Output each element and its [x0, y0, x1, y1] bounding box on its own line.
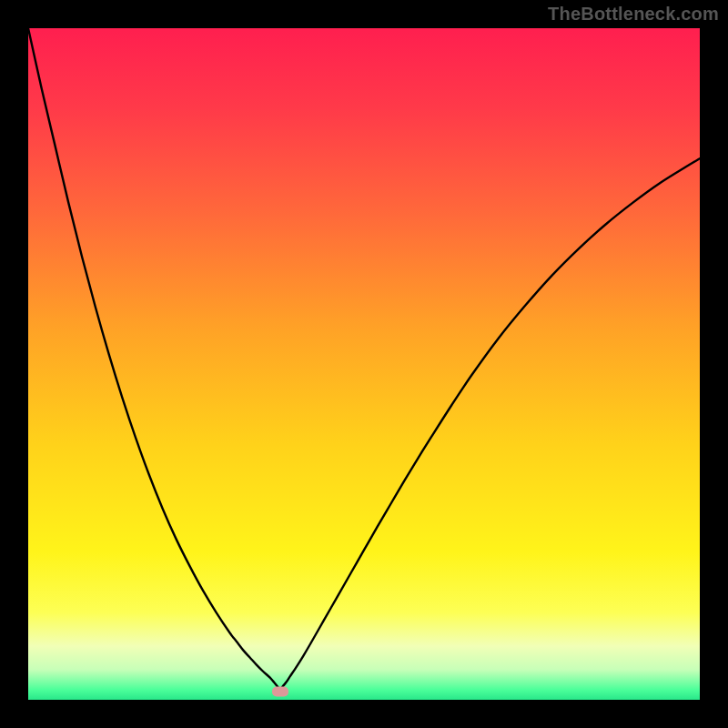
- gradient-background: [28, 28, 700, 700]
- chart-frame: TheBottleneck.com: [0, 0, 728, 728]
- plot-area: [28, 28, 700, 700]
- plot-svg: [28, 28, 700, 700]
- watermark-text: TheBottleneck.com: [548, 4, 719, 25]
- optimum-marker: [272, 687, 288, 697]
